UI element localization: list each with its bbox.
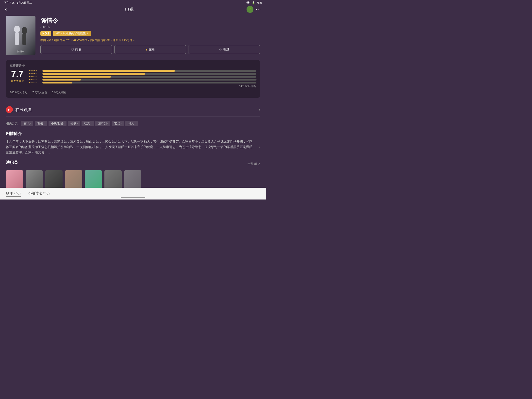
tab-reviews[interactable]: 剧评 2.5万	[6, 191, 21, 197]
cast-item-1[interactable]: 肖战	[6, 170, 23, 188]
status-bar: 下午7:26 1月26日周二 🔋 78%	[0, 0, 266, 5]
tag-fanfic[interactable]: 同人 ›	[125, 121, 137, 126]
online-watch-chevron-icon: ›	[259, 108, 260, 112]
bar-row-4: ★★★★☆	[29, 73, 256, 75]
synopsis-section: 剧情简介 十六年前，天下五分，姑苏蓝氏，云梦江氏，清河聂氏，岐山温氏，兰陵金氏共…	[6, 131, 260, 155]
rating-count: 1481949人评分	[29, 85, 256, 88]
tab-discussion[interactable]: 小组讨论 2.5万	[28, 191, 50, 197]
tab-reviews-label: 剧评	[6, 191, 13, 195]
star-icon: ☆	[219, 48, 222, 51]
rating-label: 豆瓣评分 ®	[10, 64, 25, 68]
viewers-want: 3.9万人想看	[52, 91, 66, 94]
rating-content: 7.7 ★★★★☆ ★★★★★ ★★★★☆ ★★★☆☆ ★★☆☆☆	[10, 70, 256, 88]
bar-1-stars: ★☆☆☆☆	[29, 82, 41, 84]
tab-discussion-label: 小组讨论	[28, 191, 42, 195]
cast-section: 演职员 全部 86 > 肖战 王一博 孟子义 宣璐 于斌	[6, 160, 260, 188]
tag-gufeng[interactable]: 古风 ›	[21, 121, 33, 126]
more-options-button[interactable]: ···	[256, 7, 261, 12]
rating-score-box: 7.7 ★★★★☆	[10, 70, 25, 83]
tab-reviews-count: 2.5万	[14, 192, 21, 195]
action-buttons: ♡ 想看 ● 在看 ☆ 看过	[40, 45, 260, 54]
status-time: 下午7:26	[4, 1, 15, 5]
play-button[interactable]: ▶	[6, 106, 13, 113]
bar-row-5: ★★★★★	[29, 70, 256, 72]
watching-button[interactable]: ● 在看	[114, 45, 186, 54]
movie-poster[interactable]: 陈情令	[6, 16, 35, 55]
tags-label: 相关分类	[6, 121, 18, 126]
svg-point-0	[248, 4, 249, 4]
movie-meta: 中国大陆 / 剧情 古装 / 2019-06-27(中国大陆) 首播 / 共50…	[40, 38, 260, 42]
circle-icon: ●	[146, 48, 148, 51]
cast-item-5[interactable]: 于斌	[85, 170, 102, 188]
cast-item-4[interactable]: 宣璐	[65, 170, 82, 188]
badges-row: NO.3 2019评分最高华语剧集 >	[40, 31, 260, 36]
tag-fantasy[interactable]: 玄幻 ›	[112, 121, 124, 126]
synopsis-title: 剧情简介	[6, 131, 260, 136]
award-badge: 2019评分最高华语剧集 >	[53, 31, 91, 36]
score-stars: ★★★★☆	[10, 79, 25, 83]
movie-header: 陈情令 陈情令 (2019) NO.3 2019评分最高华语剧集 > 中国大陆 …	[6, 14, 260, 55]
svg-point-4	[22, 27, 27, 34]
viewer-stats: 140.8万人看过 7.4万人在看 3.9万人想看	[10, 91, 256, 94]
rating-chevron-icon: ›	[255, 77, 257, 81]
bar-row-3: ★★★☆☆	[29, 76, 256, 78]
cast-row: 肖战 王一博 孟子义 宣璐 于斌 刘海宽	[6, 170, 260, 188]
poster-image: 陈情令	[6, 16, 35, 55]
main-content: 陈情令 陈情令 (2019) NO.3 2019评分最高华语剧集 > 中国大陆 …	[0, 14, 266, 188]
tag-danmei[interactable]: 耽美 ›	[82, 121, 94, 126]
tag-xianxia[interactable]: 仙侠 ›	[68, 121, 80, 126]
tags-row: 相关分类 古风 › 古装 › 小说改编 › 仙侠 › 耽美 › 国产剧 › 玄幻…	[6, 121, 260, 126]
movie-info: 陈情令 (2019) NO.3 2019评分最高华语剧集 > 中国大陆 / 剧情…	[40, 16, 260, 55]
cast-item-7[interactable]	[124, 170, 141, 188]
tag-novel[interactable]: 小说改编 ›	[49, 121, 66, 126]
online-watch-label: 在线观看	[15, 107, 32, 113]
tab-discussion-count: 2.5万	[43, 192, 50, 195]
cast-all-link[interactable]: 全部 86 >	[248, 162, 260, 166]
cast-item-2[interactable]: 王一博	[26, 170, 43, 188]
cast-header: 演职员 全部 86 >	[6, 160, 260, 168]
wifi-icon	[246, 1, 250, 4]
home-indicator	[121, 197, 145, 198]
viewers-watching: 7.4万人在看	[33, 91, 47, 94]
nav-title: 电视	[125, 7, 133, 12]
svg-point-2	[14, 26, 20, 33]
bar-row-2: ★★☆☆☆	[29, 79, 256, 81]
bar-row-1: ★☆☆☆☆	[29, 82, 256, 84]
cast-item-3[interactable]: 孟子义	[45, 170, 63, 188]
bar-4-stars: ★★★★☆	[29, 73, 41, 75]
svg-rect-1	[6, 16, 35, 55]
tag-guzhuang[interactable]: 古装 ›	[35, 121, 47, 126]
heart-icon: ♡	[71, 48, 74, 51]
bar-5-stars: ★★★★★	[29, 70, 41, 72]
bottom-tab-bar: 剧评 2.5万 小组讨论 2.5万	[0, 188, 266, 200]
svg-rect-5	[22, 33, 26, 45]
synopsis-text: 十六年前，天下五分，姑苏蓝氏，云梦江氏，清河聂氏，岐山温氏，兰陵金氏共治天下。温…	[6, 139, 255, 155]
back-button[interactable]: ‹	[5, 6, 12, 13]
svg-rect-3	[15, 33, 19, 45]
bar-2-stars: ★★☆☆☆	[29, 79, 41, 81]
score-number: 7.7	[10, 70, 25, 79]
rank-badge: NO.3	[40, 31, 51, 36]
top-nav: ‹ 电视 🌿 ···	[0, 5, 266, 14]
cast-item-6[interactable]: 刘海宽	[104, 170, 122, 188]
rating-bars: ★★★★★ ★★★★☆ ★★★☆☆ ★★☆☆☆ ★☆☆☆☆	[29, 70, 256, 88]
svg-text:陈情令: 陈情令	[17, 50, 24, 53]
status-date: 1月26日周二	[17, 1, 32, 5]
movie-year: (2019)	[40, 25, 260, 29]
battery-percent: 78%	[257, 1, 262, 4]
tag-domestic[interactable]: 国产剧 ›	[95, 121, 110, 126]
bar-3-stars: ★★★☆☆	[29, 76, 41, 78]
rating-section[interactable]: 豆瓣评分 ® 7.7 ★★★★☆ ★★★★★ ★★★★☆ ★★★☆☆	[6, 60, 260, 98]
tags-section: 相关分类 古风 › 古装 › 小说改编 › 仙侠 › 耽美 › 国产剧 › 玄幻…	[6, 121, 260, 126]
cast-title: 演职员	[6, 160, 18, 165]
want-to-watch-button[interactable]: ♡ 想看	[40, 45, 112, 54]
viewers-watched: 140.8万人看过	[10, 91, 28, 94]
user-avatar[interactable]: 🌿	[247, 6, 253, 13]
movie-title: 陈情令	[40, 17, 260, 25]
synopsis-chevron-icon[interactable]: ›	[259, 145, 260, 149]
watched-button[interactable]: ☆ 看过	[188, 45, 260, 54]
battery-icon: 🔋	[252, 1, 255, 4]
online-watch-section[interactable]: ▶ 在线观看 ›	[6, 103, 260, 117]
